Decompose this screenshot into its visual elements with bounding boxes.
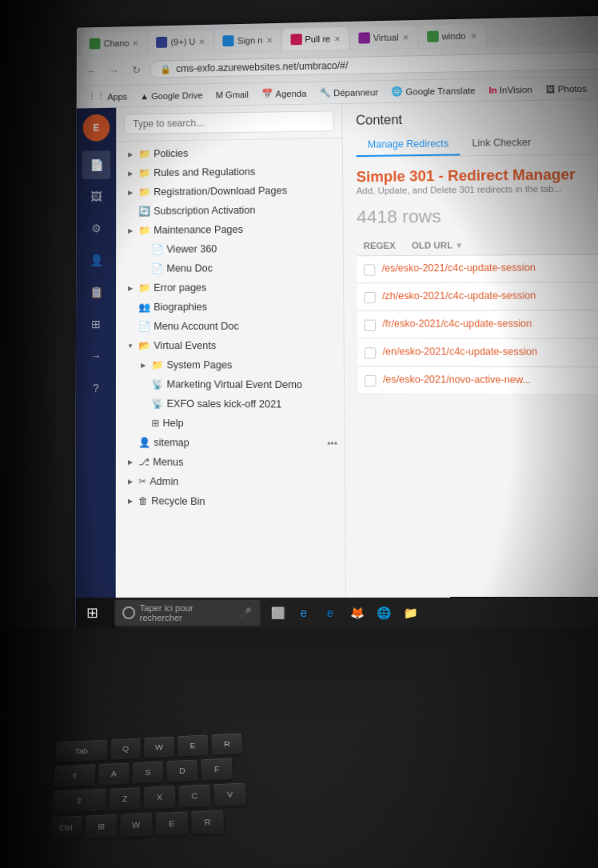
key-a[interactable]: A xyxy=(98,762,129,785)
tab-favicon xyxy=(290,34,301,45)
forward-button[interactable]: → xyxy=(105,62,122,79)
row-checkbox[interactable] xyxy=(364,292,376,303)
keyboard-row-4: Ctrl ⊞ W E R xyxy=(50,810,249,840)
bookmark-apps[interactable]: ⋮⋮ Apps xyxy=(83,90,133,104)
bookmark-photos[interactable]: 🖼 Photos xyxy=(540,82,592,95)
tree-item-biographies[interactable]: ▶ 👥 Biographies xyxy=(116,297,343,317)
tab-close-icon[interactable]: ✕ xyxy=(266,35,273,44)
firefox-icon[interactable]: 🦊 xyxy=(348,604,366,622)
taskview-icon[interactable]: ⬜ xyxy=(269,604,287,622)
key-ctrl[interactable]: Ctrl xyxy=(50,816,82,840)
tab-close-icon[interactable]: ✕ xyxy=(333,34,340,43)
row-checkbox[interactable] xyxy=(364,264,376,275)
sidebar-icon-arrow[interactable]: → xyxy=(82,342,110,370)
col-header-oldurl: OLD URL ▼ xyxy=(412,239,592,250)
tree-item-viewer360[interactable]: ▶ 📄 Viewer 360 xyxy=(116,238,343,259)
sidebar-icon-grid[interactable]: ⊞ xyxy=(82,310,110,338)
row-checkbox[interactable] xyxy=(365,375,377,386)
key-z[interactable]: Z xyxy=(109,787,140,810)
tree-content: ▶ 📁 Policies ▶ 📁 Rules and Regulations ▶… xyxy=(116,138,346,658)
search-icon xyxy=(122,606,135,619)
sidebar-icon-help[interactable]: ? xyxy=(82,374,110,402)
chrome-icon[interactable]: 🌐 xyxy=(374,604,393,622)
key-e[interactable]: E xyxy=(177,734,209,756)
tree-item-menus[interactable]: ▶ ⎇ Menus xyxy=(116,452,345,474)
tree-item-marketing[interactable]: ▶ 📡 Marketing Virtual Event Demo xyxy=(116,374,344,394)
key-e2[interactable]: E xyxy=(156,812,188,836)
tree-item-rules[interactable]: ▶ 📁 Rules and Regulations xyxy=(116,161,342,182)
app-logo[interactable]: E xyxy=(83,114,110,142)
sidebar-icon-content[interactable]: 📄 xyxy=(82,150,110,179)
edge-icon[interactable]: e xyxy=(295,604,313,622)
tab-link-checker[interactable]: Link Checker xyxy=(460,132,544,156)
tab-chano[interactable]: Chano ✕ xyxy=(82,32,147,55)
bookmark-drive[interactable]: ▲ Google Drive xyxy=(135,89,207,102)
bookmark-depanneur[interactable]: 🔧 Dépanneur xyxy=(315,85,384,100)
more-options-icon[interactable]: ••• xyxy=(327,438,337,450)
microphone-icon[interactable]: 🎤 xyxy=(240,607,252,618)
windows-icon[interactable]: ⊞ xyxy=(86,604,98,622)
tab-sign[interactable]: Sign n ✕ xyxy=(215,29,281,52)
tab-close-icon[interactable]: ✕ xyxy=(402,33,409,42)
tab-close-icon[interactable]: ✕ xyxy=(199,37,205,46)
key-shift[interactable]: ⇧ xyxy=(51,789,106,813)
key-caps[interactable]: ⇪ xyxy=(54,764,96,787)
bookmark-agenda[interactable]: 📅 Agenda xyxy=(257,86,311,101)
sidebar-icon-settings[interactable]: ⚙ xyxy=(82,214,110,242)
tree-item-exfosales[interactable]: ▶ 📡 EXFO sales kick-off 2021 xyxy=(116,394,344,414)
bookmark-translate[interactable]: 🌐 Google Translate xyxy=(386,83,480,98)
tree-item-maintenance[interactable]: ▶ 📁 Maintenance Pages xyxy=(116,219,343,240)
search-input[interactable] xyxy=(124,110,333,134)
key-f[interactable]: F xyxy=(201,758,233,781)
tree-item-registration[interactable]: ▶ 📁 Registration/Download Pages xyxy=(116,180,342,202)
ie-icon[interactable]: e xyxy=(321,604,340,622)
tab-virtual[interactable]: Virtual ✕ xyxy=(350,26,417,50)
table-row: /zh/esko-2021/c4c-update-session xyxy=(357,283,598,311)
tree-item-admin[interactable]: ▶ ✂ Admin xyxy=(116,471,345,494)
row-checkbox[interactable] xyxy=(364,320,376,331)
key-r[interactable]: R xyxy=(211,733,243,754)
tree-item-systempages[interactable]: ▶ 📁 System Pages xyxy=(116,355,344,375)
tree-item-errorpages[interactable]: ▶ 📁 Error pages xyxy=(116,278,343,298)
address-bar[interactable]: 🔒 cms-exfo.azurewebsites.net/umbraco/#/ xyxy=(150,52,598,78)
row-checkbox[interactable] xyxy=(365,347,377,358)
tree-item-help[interactable]: ▶ ⊞ Help xyxy=(116,413,345,434)
key-w2[interactable]: W xyxy=(120,813,152,837)
tab-manage-redirects[interactable]: Manage Redirects xyxy=(356,133,460,157)
tab-windows[interactable]: windo ✕ xyxy=(418,24,485,48)
tree-item-virtualevents[interactable]: ▼ 📂 Virtual Events xyxy=(116,336,344,355)
key-v[interactable]: V xyxy=(213,783,246,806)
key-c[interactable]: C xyxy=(179,784,211,807)
tree-item-menuaccountdoc[interactable]: ▶ 📄 Menu Account Doc xyxy=(116,317,344,336)
tab-pull[interactable]: Pull re ✕ xyxy=(282,27,349,51)
files-icon[interactable]: 📁 xyxy=(401,604,419,622)
tree-item-menudoc[interactable]: ▶ 📄 Menu Doc xyxy=(116,258,343,278)
key-s[interactable]: S xyxy=(133,762,163,784)
sidebar-icon-user[interactable]: 👤 xyxy=(82,246,110,274)
refresh-button[interactable]: ↻ xyxy=(127,61,145,78)
tree-item-subscription[interactable]: ▶ 🔄 Subscription Activation xyxy=(116,200,342,222)
tree-item-sitemap[interactable]: ▶ 👤 sitemap ••• xyxy=(116,433,345,454)
tab-close-icon[interactable]: ✕ xyxy=(133,38,139,47)
sidebar-icon-forms[interactable]: 📋 xyxy=(82,278,110,306)
key-tab[interactable]: Tab xyxy=(55,740,107,762)
key-win[interactable]: ⊞ xyxy=(85,814,117,838)
bookmark-invision[interactable]: In InVision xyxy=(484,82,537,96)
tree-item-policies[interactable]: ▶ 📁 Policies xyxy=(116,142,342,164)
bookmark-gmail[interactable]: M Gmail xyxy=(211,87,254,101)
tree-label: Help xyxy=(162,418,337,430)
back-button[interactable]: ← xyxy=(83,62,101,79)
tree-label: Error pages xyxy=(153,282,337,294)
arrow-icon: → xyxy=(90,350,102,362)
tree-item-recyclebin[interactable]: ▶ 🗑 Recycle Bin xyxy=(116,491,345,514)
key-w[interactable]: W xyxy=(144,737,174,758)
tab-favicon xyxy=(427,30,439,42)
taskbar-search[interactable]: Taper ici pour rechercher 🎤 xyxy=(114,600,261,626)
key-r2[interactable]: R xyxy=(191,810,224,834)
key-d[interactable]: D xyxy=(167,760,198,782)
sidebar-icon-media[interactable]: 🖼 xyxy=(82,182,110,211)
tab-notifications[interactable]: (9+) U ✕ xyxy=(149,30,213,54)
key-q[interactable]: Q xyxy=(110,738,141,760)
tab-close-icon[interactable]: ✕ xyxy=(470,31,476,40)
key-x[interactable]: X xyxy=(144,786,175,809)
